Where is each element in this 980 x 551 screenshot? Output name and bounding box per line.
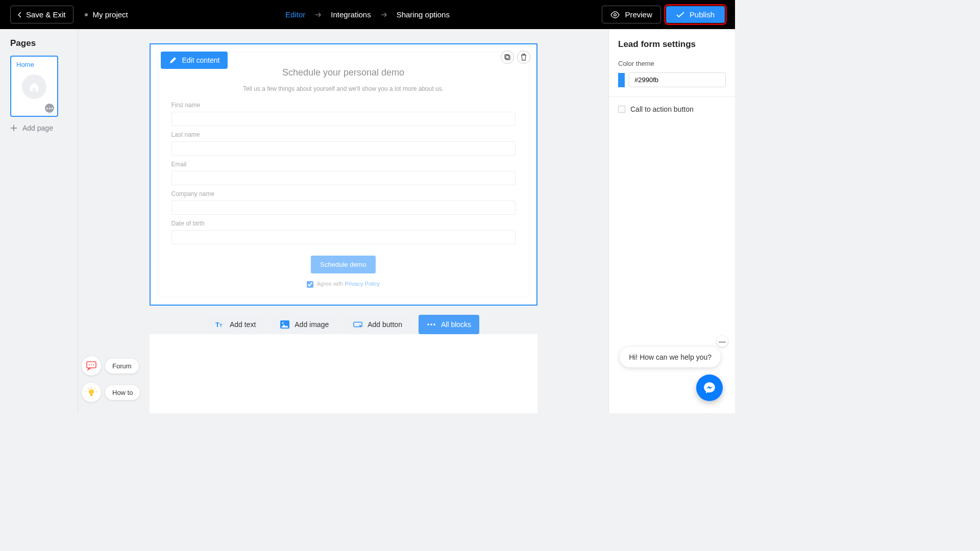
- step-sharing[interactable]: Sharing options: [397, 10, 450, 19]
- svg-rect-16: [90, 394, 92, 396]
- color-swatch[interactable]: [618, 73, 625, 87]
- text-icon: TT: [215, 320, 225, 329]
- all-blocks-button[interactable]: All blocks: [419, 315, 479, 334]
- add-block-row: TT Add text Add image Add button All blo…: [207, 315, 479, 334]
- cta-checkbox[interactable]: [618, 106, 625, 113]
- chevron-left-icon: [18, 12, 22, 18]
- svg-point-13: [91, 364, 92, 365]
- publish-label: Publish: [690, 10, 715, 19]
- svg-point-15: [89, 389, 94, 394]
- field-dob: Date of birth: [172, 220, 516, 244]
- save-exit-label: Save & Exit: [26, 10, 66, 19]
- edit-content-button[interactable]: Edit content: [161, 52, 228, 69]
- publish-button[interactable]: Publish: [666, 6, 725, 23]
- step-editor[interactable]: Editor: [285, 10, 305, 19]
- cta-toggle-row[interactable]: Call to action button: [618, 105, 726, 113]
- svg-rect-2: [505, 55, 509, 59]
- page-thumb-label: Home: [16, 61, 52, 68]
- divider: [609, 96, 735, 97]
- field-first-name: First name: [172, 102, 516, 126]
- page-thumbnail-home[interactable]: Home: [10, 56, 58, 117]
- chat-bubble-icon: [86, 361, 96, 370]
- add-text-button[interactable]: TT Add text: [207, 315, 264, 334]
- block-actions: [501, 51, 530, 64]
- preview-button[interactable]: Preview: [602, 6, 660, 23]
- pencil-icon: [169, 56, 177, 64]
- lightbulb-icon: [86, 387, 97, 398]
- field-last-name: Last name: [172, 131, 516, 156]
- color-theme-label: Color theme: [618, 60, 726, 67]
- pages-sidebar: Pages Home Add page: [0, 29, 78, 413]
- agree-row: Agree with Privacy Policy: [172, 281, 516, 288]
- preview-label: Preview: [625, 10, 652, 19]
- svg-rect-1: [506, 56, 510, 60]
- top-bar: Save & Exit My project Editor Integratio…: [0, 0, 735, 29]
- save-exit-button[interactable]: Save & Exit: [10, 6, 74, 23]
- delete-button[interactable]: [517, 51, 530, 64]
- pages-title: Pages: [10, 38, 67, 48]
- svg-point-0: [614, 13, 617, 16]
- add-image-button[interactable]: Add image: [272, 315, 337, 334]
- forum-row: Forum: [82, 356, 140, 375]
- input-dob: [172, 230, 516, 244]
- svg-point-9: [430, 323, 432, 325]
- progress-steps: Editor Integrations Sharing options: [285, 10, 450, 19]
- plus-icon: [10, 124, 17, 132]
- svg-point-6: [282, 322, 284, 323]
- field-company: Company name: [172, 190, 516, 215]
- messenger-fab[interactable]: [696, 374, 723, 401]
- settings-title: Lead form settings: [618, 39, 726, 49]
- eye-icon: [610, 11, 620, 18]
- agree-text: Agree with: [316, 281, 345, 287]
- copy-icon: [504, 54, 511, 61]
- privacy-link: Privacy Policy: [345, 281, 380, 287]
- color-theme-row: [618, 72, 726, 87]
- lead-form-preview: Schedule your personal demo Tell us a fe…: [158, 52, 529, 297]
- color-input[interactable]: [629, 72, 726, 87]
- button-icon: [353, 320, 362, 329]
- add-page-button[interactable]: Add page: [10, 124, 67, 132]
- add-text-label: Add text: [230, 320, 256, 329]
- chat-minimize-button[interactable]: —: [717, 336, 728, 347]
- image-icon: [280, 320, 289, 329]
- chat-greeting[interactable]: Hi! How can we help you?: [620, 347, 721, 367]
- input-first-name: [172, 112, 516, 126]
- selected-block[interactable]: Edit content Schedule your personal demo…: [150, 43, 537, 306]
- trash-icon: [520, 54, 527, 61]
- forum-icon-button[interactable]: [82, 356, 101, 375]
- howto-icon-button[interactable]: [82, 383, 101, 402]
- svg-point-12: [89, 364, 90, 365]
- edit-content-label: Edit content: [182, 56, 220, 64]
- svg-text:T: T: [219, 323, 223, 328]
- input-last-name: [172, 141, 516, 156]
- howto-button[interactable]: How to: [105, 385, 140, 400]
- forum-button[interactable]: Forum: [105, 359, 139, 373]
- svg-point-10: [433, 323, 435, 325]
- dots-icon: [427, 320, 436, 329]
- step-integrations[interactable]: Integrations: [331, 10, 371, 19]
- add-button-button[interactable]: Add button: [345, 315, 410, 334]
- svg-point-14: [93, 364, 94, 365]
- status-dot-icon: [85, 13, 88, 16]
- project-indicator[interactable]: My project: [85, 10, 128, 19]
- editor-canvas: Edit content Schedule your personal demo…: [78, 29, 608, 413]
- help-floats: Forum How to: [82, 356, 140, 402]
- svg-point-8: [427, 323, 429, 325]
- project-name-label: My project: [93, 10, 128, 19]
- arrow-right-icon: [380, 11, 387, 18]
- canvas-extension: [150, 334, 537, 413]
- agree-checkbox: [307, 281, 313, 288]
- arrow-right-icon: [314, 11, 322, 18]
- form-subtitle: Tell us a few things about yourself and …: [172, 85, 516, 92]
- form-title: Schedule your personal demo: [172, 67, 516, 78]
- add-page-label: Add page: [22, 124, 53, 132]
- home-icon: [22, 74, 46, 99]
- topbar-actions: Preview Publish: [602, 6, 725, 23]
- messenger-icon: [703, 381, 716, 394]
- duplicate-button[interactable]: [501, 51, 514, 64]
- check-icon: [676, 12, 684, 18]
- page-options-button[interactable]: [45, 104, 54, 113]
- submit-button: Schedule demo: [311, 256, 375, 273]
- all-blocks-label: All blocks: [441, 320, 471, 329]
- field-email: Email: [172, 161, 516, 185]
